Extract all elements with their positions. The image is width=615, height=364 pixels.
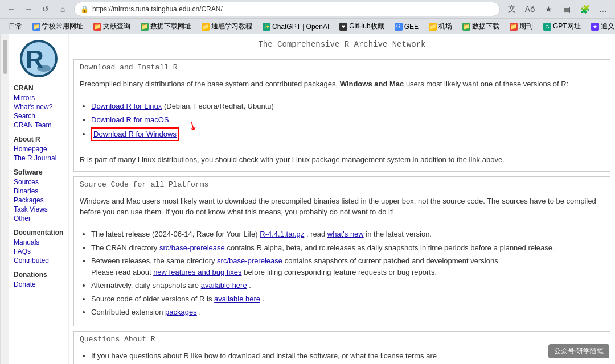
bookmark-chatgpt[interactable]: ✨ ChatGPT | OpenAI — [259, 21, 333, 32]
base-prerelease-link1[interactable]: src/base-prerelease — [159, 243, 225, 252]
download-linux-link[interactable]: Download R for Linux — [91, 102, 162, 110]
donations-title: Donations — [11, 270, 66, 280]
sidebar-item-cran-team[interactable]: CRAN Team — [11, 121, 66, 130]
sidebar-item-mirrors[interactable]: Mirrors — [11, 93, 66, 102]
folder-icon: 📁 — [202, 23, 210, 31]
bookmark-label: GPT网址 — [553, 22, 581, 31]
download-linux-item: Download R for Linux (Debian, Fedora/Red… — [91, 101, 604, 112]
folder-icon: 📁 — [429, 23, 437, 31]
bookmarks-bar: 日常 📁 学校常用网址 📁 文献查询 📁 数据下载网址 📁 通感学习教程 ✨ C… — [0, 18, 615, 34]
linux-distros: (Debian, Fedora/Redhat, Ubuntu) — [164, 102, 274, 110]
new-features-link[interactable]: new features and bug fixes — [153, 268, 241, 276]
bookmark-label: 机场 — [438, 22, 452, 31]
bookmark-datadownload[interactable]: 📁 数据下载网址 — [137, 20, 195, 33]
download-macos-link[interactable]: Download R for macOS — [91, 115, 169, 124]
sidebar-item-task-views[interactable]: Task Views — [11, 205, 66, 214]
refresh-button[interactable]: ↺ — [39, 2, 52, 16]
download-windows-item: Download R for Windows ↘ — [91, 127, 604, 141]
sidebar-item-packages[interactable]: Packages — [11, 196, 66, 205]
bookmark-data[interactable]: 📁 数据下载 — [458, 20, 503, 33]
sidebar-section-software: Software Sources Binaries Packages Task … — [11, 167, 66, 223]
folder-icon: 📁 — [141, 23, 149, 31]
gpt-icon: G — [543, 23, 551, 31]
period1: . — [249, 281, 251, 289]
sidebar-item-donate[interactable]: Donate — [11, 280, 66, 289]
bookmark-label: GEE — [404, 23, 419, 31]
questions-section-header: Questions About R — [74, 332, 610, 347]
available-here-link1[interactable]: available here — [201, 281, 247, 289]
browser-chrome: ← → ↺ ⌂ 🔒 https://mirrors.tuna.tsinghua.… — [0, 0, 615, 34]
sidebar-item-faqs[interactable]: FAQs — [11, 247, 66, 256]
download-section-header: Download and Install R — [74, 60, 610, 75]
period3: . — [199, 308, 201, 316]
back-button[interactable]: ← — [5, 2, 18, 16]
bold-windows-mac: Windows and Mac — [340, 80, 404, 88]
main-content: The Comprehensive R Archive Network Down… — [69, 34, 615, 364]
bookmark-star-icon[interactable]: ★ — [541, 2, 556, 16]
available-here-link2[interactable]: available here — [214, 295, 260, 303]
bookmark-label: 数据下载 — [472, 22, 499, 31]
folder-icon: 📁 — [32, 23, 40, 31]
bookmark-journal[interactable]: 📁 期刊 — [506, 20, 537, 33]
sidebar-item-search[interactable]: Search — [11, 111, 66, 121]
latest-release-item: The latest release (2024-06-14, Race for… — [91, 229, 604, 240]
base-prerelease-link2[interactable]: src/base-prerelease — [217, 257, 282, 265]
bookmark-school[interactable]: 📁 学校常用网址 — [28, 20, 87, 33]
bookmark-label: 期刊 — [519, 22, 533, 31]
sidebar-item-contributed[interactable]: Contributed — [11, 256, 66, 265]
sidebar-scrollbar[interactable] — [0, 34, 9, 364]
bookmark-label: 数据下载网址 — [150, 22, 191, 31]
read-mode-icon[interactable]: ▤ — [559, 2, 574, 16]
bookmark-label: 日常 — [9, 22, 22, 31]
download-macos-item: Download R for macOS — [91, 114, 604, 126]
font-size-icon[interactable]: Aǒ — [523, 2, 538, 16]
period2: . — [263, 295, 265, 303]
daily-snapshots-item: Alternatively, daily snapshots are avail… — [91, 280, 604, 291]
lock-icon: 🔒 — [80, 5, 89, 13]
sidebar-item-binaries[interactable]: Binaries — [11, 187, 66, 196]
older-versions-text: Source code of older versions of R is — [91, 295, 214, 303]
download-intro-text: Precompiled binary distributions of the … — [80, 78, 604, 90]
sidebar-item-other[interactable]: Other — [11, 214, 66, 223]
bookmark-remote[interactable]: 📁 通感学习教程 — [198, 20, 256, 33]
bookmark-airport[interactable]: 📁 机场 — [425, 20, 456, 33]
translate-icon[interactable]: 文 — [505, 2, 519, 16]
bookmark-daily[interactable]: 日常 — [5, 20, 26, 33]
between-releases-text2: contains snapshots of current patched an… — [285, 257, 501, 265]
download-section-body: Precompiled binary distributions of the … — [74, 75, 610, 171]
nav-controls: ← → ↺ ⌂ — [5, 2, 69, 16]
bookmark-tongyi[interactable]: ★ 通义 — [587, 20, 615, 33]
bookmark-gpt[interactable]: G GPT网址 — [539, 20, 585, 33]
forward-button[interactable]: → — [22, 2, 35, 16]
please-read-text: Please read about — [91, 268, 153, 276]
tarball-link[interactable]: R-4.4.1.tar.gz — [260, 230, 304, 238]
sidebar-item-r-journal[interactable]: The R Journal — [11, 154, 66, 163]
whats-new-link[interactable]: what's new — [327, 230, 364, 238]
packages-link[interactable]: packages — [165, 308, 197, 316]
address-bar[interactable]: 🔒 https://mirrors.tuna.tsinghua.edu.cn/C… — [74, 2, 500, 16]
sidebar-item-sources[interactable]: Sources — [11, 177, 66, 187]
sidebar-item-homepage[interactable]: Homepage — [11, 144, 66, 154]
folder-icon: 📁 — [510, 23, 518, 31]
settings-icon[interactable]: … — [596, 2, 610, 16]
toolbar-icons: 文 Aǒ ★ ▤ 🧩 … — [505, 2, 610, 16]
extensions-icon[interactable]: 🧩 — [577, 2, 592, 16]
bookmark-literature[interactable]: 📁 文献查询 — [89, 20, 134, 33]
bookmark-label: ChatGPT | OpenAI — [272, 23, 329, 31]
home-button[interactable]: ⌂ — [56, 2, 69, 16]
extensions-text: Contributed extension — [91, 308, 165, 316]
folder-icon: 📁 — [462, 23, 470, 31]
r-logo: R — [19, 39, 59, 78]
questions-section: Questions About R If you have questions … — [73, 331, 610, 365]
sidebar-item-manuals[interactable]: Manuals — [11, 238, 66, 247]
github-icon: ♥ — [339, 23, 347, 31]
bookmark-github[interactable]: ♥ GitHub收藏 — [335, 20, 388, 33]
download-windows-link[interactable]: Download R for Windows — [93, 130, 177, 138]
svg-point-3 — [37, 65, 51, 72]
source-items-list: The latest release (2024-06-14, Race for… — [91, 229, 604, 318]
bookmark-label: 通义 — [601, 22, 614, 31]
sidebar-item-whatsnew[interactable]: What's new? — [11, 102, 66, 111]
bookmark-gee[interactable]: G GEE — [391, 21, 423, 32]
latest-release-text: The latest release (2024-06-14, Race for… — [91, 230, 260, 238]
chatgpt-icon: ✨ — [263, 23, 270, 31]
